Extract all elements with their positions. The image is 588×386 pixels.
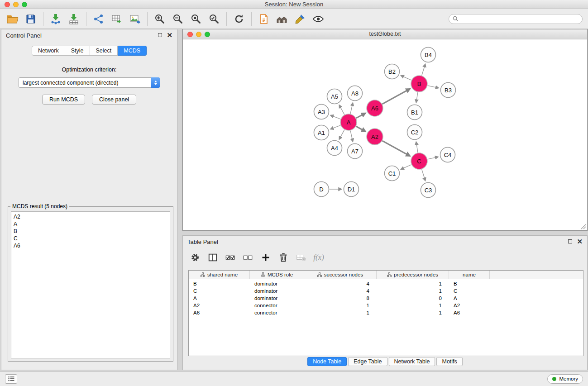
tab-mcds[interactable]: MCDS (118, 46, 147, 56)
tab-edge-table[interactable]: Edge Table (348, 357, 387, 366)
table-row[interactable]: A6connector11A6 (189, 309, 583, 316)
import-network-button[interactable] (47, 10, 65, 28)
tab-select[interactable]: Select (90, 46, 118, 56)
table-row[interactable]: Cdominator41C (189, 287, 583, 295)
paint-style-button[interactable] (291, 10, 309, 28)
column-header-mcds-role[interactable]: MCDS role (250, 271, 304, 279)
new-network-button[interactable] (90, 10, 108, 28)
edge-B-B1[interactable] (416, 92, 418, 103)
node-A3[interactable]: A3 (314, 105, 329, 119)
node-A8[interactable]: A8 (348, 86, 363, 101)
node-B3[interactable]: B3 (441, 83, 456, 98)
tab-style[interactable]: Style (65, 46, 90, 56)
node-C1[interactable]: C1 (385, 166, 400, 181)
network-window-titlebar[interactable]: testGlobe.txt (183, 29, 587, 39)
node-A4[interactable]: A4 (327, 141, 342, 156)
edge-C-C1[interactable] (401, 165, 411, 169)
tab-node-table[interactable]: Node Table (307, 357, 347, 366)
node-B2[interactable]: B2 (385, 64, 400, 79)
mcds-result-item[interactable]: A2 (14, 213, 167, 220)
close-panel-icon[interactable]: ✕ (167, 33, 172, 38)
edge-A-A8[interactable] (350, 103, 353, 114)
zoom-window-icon[interactable] (22, 2, 27, 7)
network-canvas[interactable]: B4B2BB3A5A8A6A3B1AA1C2A2A4A7CC4C1C3DD1 (183, 39, 587, 230)
save-session-button[interactable] (22, 10, 40, 28)
home-button[interactable] (273, 10, 291, 28)
network-zoom-icon[interactable] (205, 32, 210, 37)
zoom-selected-button[interactable] (205, 10, 223, 28)
close-panel-button[interactable]: Close panel (92, 95, 136, 105)
export-table-button[interactable] (108, 10, 126, 28)
mcds-result-item[interactable]: A6 (14, 242, 167, 249)
resize-grip[interactable] (581, 224, 586, 229)
function-builder-button[interactable]: f(x) (312, 251, 325, 264)
search-input[interactable] (459, 16, 578, 22)
export-image-button[interactable] (126, 10, 144, 28)
open-file-button[interactable] (4, 10, 22, 28)
table-row[interactable]: Bdominator41B (189, 280, 583, 287)
node-C2[interactable]: C2 (407, 125, 422, 140)
optimization-criterion-select[interactable]: largest connected component (directed) (19, 77, 160, 88)
node-D[interactable]: D (314, 182, 329, 197)
node-A7[interactable]: A7 (348, 144, 363, 159)
show-columns-button[interactable] (206, 251, 220, 264)
edge-A-A4[interactable] (339, 130, 344, 139)
mcds-result-item[interactable]: A (14, 220, 167, 228)
table-settings-button[interactable] (188, 251, 202, 264)
node-B[interactable]: B (411, 76, 427, 92)
document-button[interactable] (255, 10, 273, 28)
edge-B-B2[interactable] (401, 76, 411, 80)
show-hide-button[interactable] (309, 10, 327, 28)
edge-C-C3[interactable] (422, 169, 425, 181)
node-C3[interactable]: C3 (421, 183, 436, 198)
node-A1[interactable]: A1 (314, 125, 329, 140)
node-A5[interactable]: A5 (327, 89, 342, 104)
edge-A-A1[interactable] (330, 125, 340, 129)
import-table-button[interactable] (65, 10, 83, 28)
float-table-panel-icon[interactable] (568, 239, 572, 243)
mcds-result-list[interactable]: A2ABCA6 (11, 211, 170, 358)
delete-column-button[interactable] (277, 251, 290, 264)
node-A2[interactable]: A2 (367, 129, 383, 145)
node-D1[interactable]: D1 (344, 182, 359, 197)
window-titlebar[interactable]: Session: New Session (0, 0, 588, 9)
edge-A-A6[interactable] (356, 113, 366, 118)
zoom-fit-button[interactable] (187, 10, 205, 28)
edge-C-C2[interactable] (416, 142, 418, 152)
edge-C-C4[interactable] (428, 157, 438, 159)
column-header-successor-nodes[interactable]: successor nodes (304, 271, 377, 279)
memory-button[interactable]: Memory (547, 374, 583, 384)
network-minimize-icon[interactable] (196, 32, 201, 37)
edge-A2-C[interactable] (382, 141, 410, 156)
deselect-all-button[interactable] (241, 251, 255, 264)
add-column-button[interactable] (259, 251, 272, 264)
node-B1[interactable]: B1 (407, 105, 422, 120)
network-close-icon[interactable] (187, 32, 193, 37)
column-header-predecessor-nodes[interactable]: predecessor nodes (377, 271, 449, 279)
run-mcds-button[interactable]: Run MCDS (42, 95, 85, 105)
node-A6[interactable]: A6 (367, 100, 383, 116)
node-A[interactable]: A (340, 114, 357, 130)
tab-motifs[interactable]: Motifs (436, 357, 462, 366)
zoom-in-button[interactable] (151, 10, 169, 28)
edge-B-B3[interactable] (428, 86, 439, 88)
column-header-name[interactable]: name (449, 271, 490, 279)
edge-A-A5[interactable] (339, 105, 344, 114)
column-header-shared-name[interactable]: shared name (189, 271, 250, 279)
mcds-result-item[interactable]: B (14, 228, 167, 235)
edge-A6-B[interactable] (382, 89, 410, 104)
zoom-out-button[interactable] (169, 10, 187, 28)
tab-network[interactable]: Network (32, 46, 65, 56)
edge-A-A3[interactable] (330, 115, 340, 119)
float-panel-icon[interactable] (158, 33, 162, 37)
table-row[interactable]: A2connector11A2 (189, 302, 583, 309)
tab-network-table[interactable]: Network Table (389, 357, 435, 366)
node-B4[interactable]: B4 (421, 48, 436, 62)
mcds-result-item[interactable]: C (14, 235, 167, 242)
minimize-window-icon[interactable] (13, 2, 19, 7)
edge-A-A2[interactable] (356, 126, 366, 132)
node-C[interactable]: C (411, 153, 427, 169)
close-window-icon[interactable] (5, 2, 10, 7)
refresh-button[interactable] (230, 10, 248, 28)
node-C4[interactable]: C4 (440, 148, 455, 162)
